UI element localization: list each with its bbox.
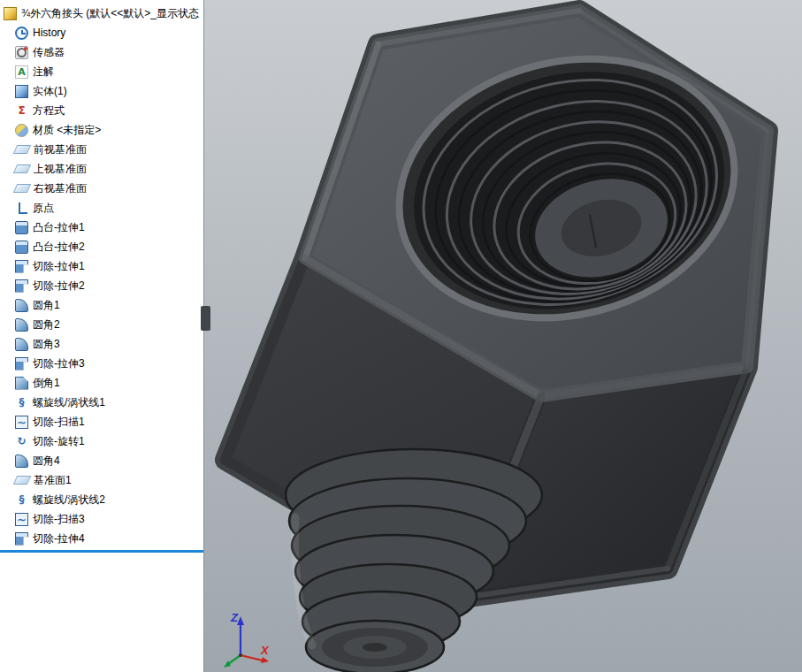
feature-manager-tree: ¾外六角接头 (默认<<默认>_显示状态 History 传感器 注解 实体(1… [0, 0, 204, 672]
material-icon [15, 124, 28, 137]
tree-item-history[interactable]: History [0, 23, 203, 42]
tree-item-label: 实体(1) [33, 84, 67, 99]
tree-item-right-plane[interactable]: 右视基准面 [0, 179, 203, 198]
tree-item-cut-extrude4[interactable]: 切除-拉伸4 [0, 529, 203, 548]
tree-item-label: 凸台-拉伸1 [33, 220, 85, 235]
x-axis-arrow [261, 657, 269, 663]
tree-item-cut-revolve1[interactable]: 切除-旋转1 [0, 431, 203, 451]
helix-icon [15, 493, 28, 507]
tree-item-cut-extrude2[interactable]: 切除-拉伸2 [0, 276, 203, 295]
cut-extrude-icon [15, 260, 28, 273]
tree-item-label: 切除-拉伸1 [33, 259, 85, 274]
plane-icon [13, 164, 31, 173]
tree-item-plane1[interactable]: 基准面1 [0, 470, 203, 490]
model-hex-fitting[interactable] [225, 11, 768, 672]
cut-extrude-icon [15, 532, 28, 546]
tree-item-boss-extrude1[interactable]: 凸台-拉伸1 [0, 218, 203, 237]
tree-item-helix2[interactable]: 螺旋线/涡状线2 [0, 490, 203, 509]
tree-item-label: 材质 <未指定> [33, 123, 101, 138]
tree-item-fillet1[interactable]: 圆角1 [0, 295, 203, 315]
tree-item-fillet2[interactable]: 圆角2 [0, 315, 203, 334]
tree-item-label: 切除-扫描1 [33, 415, 85, 430]
sensors-icon [15, 46, 28, 59]
boss-extrude-icon [15, 241, 28, 254]
tree-item-material[interactable]: 材质 <未指定> [0, 120, 203, 140]
boss-extrude-icon [15, 221, 28, 234]
helix-icon [15, 396, 28, 409]
cut-extrude-icon [15, 279, 28, 293]
z-axis-label: Z [230, 611, 239, 624]
tree-item-label: 原点 [33, 201, 54, 216]
annotations-icon [15, 65, 28, 79]
tree-item-part-root[interactable]: ¾外六角接头 (默认<<默认>_显示状态 [0, 4, 203, 23]
tree-item-fillet3[interactable]: 圆角3 [0, 334, 203, 354]
tree-item-label: 圆角3 [33, 337, 60, 352]
tree-item-label: 传感器 [33, 45, 65, 60]
fillet-icon [15, 318, 28, 332]
tree-item-label: 螺旋线/涡状线1 [33, 395, 105, 410]
tree-item-label: 圆角4 [33, 454, 60, 469]
viewport-3d[interactable]: Z X [204, 0, 802, 672]
tree-item-solid-bodies[interactable]: 实体(1) [0, 81, 203, 101]
tree-item-label: History [33, 27, 65, 39]
tree-item-fillet4[interactable]: 圆角4 [0, 451, 203, 470]
tree-item-label: 凸台-拉伸2 [33, 240, 85, 255]
cut-revolve-icon [15, 435, 28, 448]
tree-item-label: 切除-拉伸2 [33, 279, 85, 294]
tree-item-label: 倒角1 [33, 376, 60, 391]
orientation-triad: Z X [224, 611, 270, 668]
part-icon [4, 7, 17, 20]
tree-item-label: 圆角2 [33, 317, 60, 332]
tree-item-cut-extrude1[interactable]: 切除-拉伸1 [0, 256, 203, 276]
tree-item-equations[interactable]: 方程式 [0, 101, 203, 120]
tree-item-label: 注解 [33, 65, 54, 80]
fillet-icon [15, 338, 28, 351]
plane-icon [13, 476, 31, 485]
history-icon [15, 27, 28, 40]
rollback-bar[interactable] [0, 550, 203, 553]
tree-item-sensors[interactable]: 传感器 [0, 42, 203, 62]
tree-item-annotations[interactable]: 注解 [0, 62, 203, 81]
cut-sweep-icon [15, 416, 28, 429]
tree-item-label: 切除-拉伸3 [33, 356, 85, 371]
x-axis-label: X [260, 644, 270, 657]
tree-item-boss-extrude2[interactable]: 凸台-拉伸2 [0, 237, 203, 256]
tree-item-origin[interactable]: 原点 [0, 198, 203, 218]
cut-extrude-icon [15, 357, 28, 370]
tree-item-label: 螺旋线/涡状线2 [33, 493, 105, 508]
tree-item-front-plane[interactable]: 前视基准面 [0, 140, 203, 159]
fillet-icon [15, 454, 28, 468]
cut-sweep-icon [15, 513, 28, 526]
plane-icon [13, 145, 31, 154]
tree-item-label: 切除-旋转1 [33, 434, 85, 449]
solid-bodies-icon [15, 85, 28, 98]
tree-item-cut-sweep1[interactable]: 切除-扫描1 [0, 412, 203, 431]
tree-item-label: 切除-拉伸4 [33, 531, 85, 546]
origin-icon [15, 202, 28, 215]
tree-item-label: 切除-扫描3 [33, 512, 85, 527]
tree-item-label: 前视基准面 [34, 142, 87, 157]
tree-item-label: 右视基准面 [34, 181, 87, 196]
tree-item-helix1[interactable]: 螺旋线/涡状线1 [0, 393, 203, 412]
tree-item-label: 上视基准面 [34, 162, 87, 177]
tree-item-label: 方程式 [33, 103, 65, 118]
fillet-icon [15, 299, 28, 312]
tree-item-top-plane[interactable]: 上视基准面 [0, 159, 203, 179]
model-canvas[interactable]: Z X [204, 0, 802, 672]
plane-icon [13, 184, 31, 193]
tree-item-label: 圆角1 [33, 298, 60, 313]
tree-item-chamfer1[interactable]: 倒角1 [0, 373, 203, 393]
z-axis-arrow [237, 616, 244, 625]
tree-item-cut-extrude3[interactable]: 切除-拉伸3 [0, 354, 203, 373]
tree-item-label: ¾外六角接头 (默认<<默认>_显示状态 [21, 6, 199, 21]
tree-item-label: 基准面1 [34, 473, 72, 488]
panel-splitter-handle[interactable] [201, 306, 210, 331]
equations-icon [15, 104, 28, 118]
y-axis-arrow [224, 661, 231, 668]
chamfer-icon [15, 377, 28, 390]
tree-item-cut-sweep3[interactable]: 切除-扫描3 [0, 509, 203, 529]
